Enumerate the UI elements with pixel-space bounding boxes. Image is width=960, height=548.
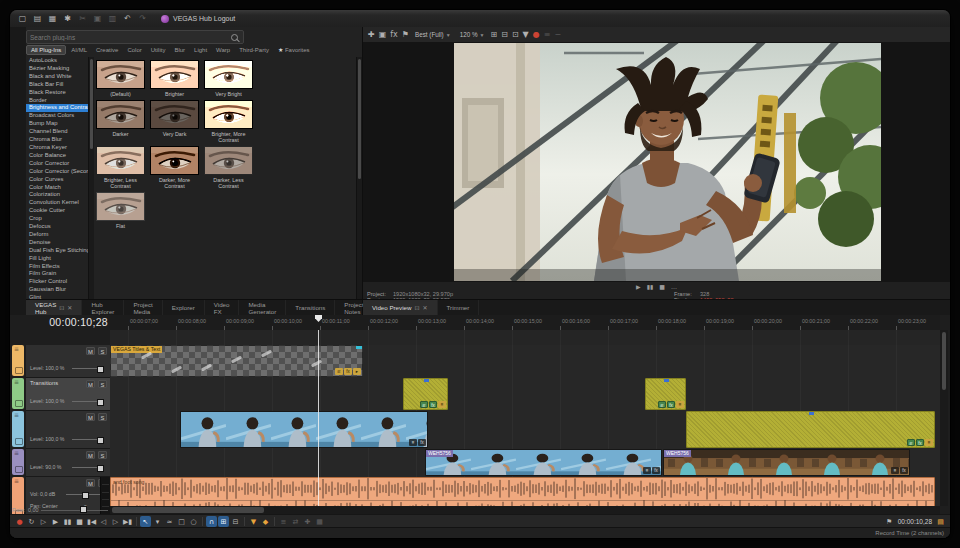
- clip-badge-icon[interactable]: fx: [418, 439, 426, 446]
- plugin-item-autolooks[interactable]: AutoLooks: [26, 57, 88, 65]
- dock-pin-icon[interactable]: ⊡: [414, 304, 419, 311]
- options-icon[interactable]: −: [554, 30, 561, 40]
- dock-tab-video-preview[interactable]: Video Preview⊡✕: [363, 300, 438, 315]
- record-icon[interactable]: ●: [533, 30, 540, 40]
- track-header-4[interactable]: MSLevel: 90,0 %: [26, 449, 110, 477]
- save-snapshot-icon[interactable]: ▼: [523, 30, 529, 40]
- auto-ripple-button[interactable]: ⊟: [230, 516, 241, 527]
- track-level-slider[interactable]: [72, 401, 104, 402]
- plugin-item-film-grain[interactable]: Film Grain: [26, 270, 88, 278]
- plugin-item-color-corrector-secondary[interactable]: Color Corrector (Secondary): [26, 168, 88, 176]
- paste-icon[interactable]: ▥: [106, 13, 119, 25]
- track-color-strip-2[interactable]: ≡: [12, 378, 24, 409]
- loop-icon[interactable]: ≡: [544, 30, 551, 40]
- track-lane-2[interactable]: [110, 378, 940, 412]
- plugin-item-color-balance[interactable]: Color Balance: [26, 152, 88, 160]
- preset-item-darker-less-contrast[interactable]: Darker, Less Contrast: [204, 146, 256, 189]
- preset-item-flat[interactable]: Flat: [96, 192, 148, 229]
- plugin-item-colorization[interactable]: Colorization: [26, 191, 88, 199]
- fx-tab-third-party[interactable]: Third-Party: [235, 46, 273, 54]
- plugin-item-chroma-blur[interactable]: Chroma Blur: [26, 136, 88, 144]
- timeline-clip-5[interactable]: WEH5756≡fx: [425, 449, 662, 476]
- next-frame-button[interactable]: ▷: [110, 516, 121, 527]
- clip-badge-icon[interactable]: ≋: [658, 401, 666, 408]
- track-header-2-selected[interactable]: TransitionsMSLevel: 100,0 %: [26, 378, 110, 411]
- timeline-lanes[interactable]: VEGAS Titles & Text≋fx▸≋fx≡≋fx≡≡fx≋fx≡WE…: [110, 330, 940, 506]
- rate-slider[interactable]: [41, 510, 108, 511]
- plugin-item-brightness-and-contrast[interactable]: Brightness and Contrast: [26, 104, 88, 112]
- plugin-item-broadcast-colors[interactable]: Broadcast Colors: [26, 112, 88, 120]
- plugin-item-gaussian-blur[interactable]: Gaussian Blur: [26, 286, 88, 294]
- plugin-item-fill-light[interactable]: Fill Light: [26, 255, 88, 263]
- playhead-handle[interactable]: [315, 315, 322, 322]
- fx-tab-blur[interactable]: Blur: [170, 46, 189, 54]
- slider-handle[interactable]: [97, 465, 104, 472]
- preview-quality-dropdown[interactable]: Best (Full)▼: [412, 31, 454, 38]
- timeline-horizontal-scrollbar[interactable]: [110, 506, 940, 514]
- timeline-clip-7[interactable]: and foot song: [110, 477, 935, 506]
- undo-icon[interactable]: ↶: [121, 13, 134, 25]
- track-color-strip-4[interactable]: ≡: [12, 449, 24, 475]
- timeline-clip-4[interactable]: ≋fx≡: [686, 411, 935, 448]
- clip-badge-icon[interactable]: ≡: [643, 467, 651, 474]
- solo-button[interactable]: S: [98, 380, 107, 388]
- slider-handle[interactable]: [97, 366, 104, 373]
- plugin-item-denoise[interactable]: Denoise: [26, 239, 88, 247]
- preset-item-very-dark[interactable]: Very Dark: [150, 100, 202, 143]
- preset-item-very-bright[interactable]: Very Bright: [204, 60, 256, 97]
- plugin-item-black-restore[interactable]: Black Restore: [26, 89, 88, 97]
- normal-edit-tool[interactable]: ↖: [140, 516, 151, 527]
- slider-handle[interactable]: [97, 399, 104, 406]
- zoom-edit-tool[interactable]: ○: [188, 516, 199, 527]
- dock-tab-vegas-hub[interactable]: VEGAS Hub⊡✕: [26, 300, 82, 315]
- preview-zoom-dropdown[interactable]: 120 %▼: [457, 31, 488, 38]
- solo-button[interactable]: S: [98, 413, 107, 421]
- preview-transport-button-1[interactable]: ▮▮: [647, 283, 654, 290]
- pause-button[interactable]: ▮▮: [62, 516, 73, 527]
- new-project-icon[interactable]: ▢: [16, 13, 29, 25]
- track-volume-slider[interactable]: [66, 494, 102, 495]
- crossfade-button[interactable]: ⇄: [290, 516, 301, 527]
- fx-tab-warp[interactable]: Warp: [212, 46, 234, 54]
- clip-badge-icon[interactable]: ▸: [353, 368, 361, 375]
- cut-icon[interactable]: ✂: [76, 13, 89, 25]
- go-to-end-button[interactable]: ▶▮: [122, 516, 133, 527]
- preview-transport-button-0[interactable]: ▶: [636, 283, 641, 290]
- previous-frame-button[interactable]: ◁: [98, 516, 109, 527]
- fx-tab-ai-ml[interactable]: AI/ML: [67, 46, 91, 54]
- search-input[interactable]: [27, 34, 231, 41]
- clip-badge-icon[interactable]: ≋: [335, 368, 343, 375]
- clip-badge-icon[interactable]: fx: [429, 401, 437, 408]
- track-level-slider[interactable]: [72, 368, 104, 369]
- timeline-clip-6[interactable]: WEH5756≡fx: [663, 449, 910, 476]
- plugin-item-crop[interactable]: Crop: [26, 215, 88, 223]
- record-button[interactable]: ●: [14, 516, 25, 527]
- solo-button[interactable]: S: [98, 347, 107, 355]
- mixer-button[interactable]: ≡: [278, 516, 289, 527]
- plugin-item-chroma-keyer[interactable]: Chroma Keyer: [26, 144, 88, 152]
- preset-item-brighter-less-contrast[interactable]: Brighter, Less Contrast: [96, 146, 148, 189]
- timecode-display[interactable]: 00:00:10;28: [26, 316, 108, 330]
- mute-button[interactable]: M: [86, 479, 95, 487]
- redo-icon[interactable]: ↷: [136, 13, 149, 25]
- clip-badge-icon[interactable]: ≡: [676, 401, 684, 408]
- save-project-icon[interactable]: ▦: [46, 13, 59, 25]
- mute-button[interactable]: M: [86, 380, 95, 388]
- dock-tab-transitions[interactable]: Transitions: [286, 300, 335, 315]
- plugin-item-black-bar-fill[interactable]: Black Bar Fill: [26, 81, 88, 89]
- insert-region-button[interactable]: ◆: [260, 516, 271, 527]
- plugin-item-color-match[interactable]: Color Match: [26, 184, 88, 192]
- dock-tab-explorer[interactable]: Explorer: [163, 300, 205, 315]
- plugin-item-cookie-cutter[interactable]: Cookie Cutter: [26, 207, 88, 215]
- fx-tab-utility[interactable]: Utility: [147, 46, 170, 54]
- open-project-icon[interactable]: ▤: [31, 13, 44, 25]
- preset-item-brighter[interactable]: Brighter: [150, 60, 202, 97]
- preset-item-brighter-more-contrast[interactable]: Brighter, More Contrast: [204, 100, 256, 143]
- plugin-item-dual-fish-eye-stitching[interactable]: Dual Fish Eye Stitching: [26, 247, 88, 255]
- track-level-slider[interactable]: [72, 467, 104, 468]
- clip-badge-icon[interactable]: ≋: [907, 439, 915, 446]
- dock-pin-icon[interactable]: ⊡: [59, 304, 64, 311]
- track-header-3[interactable]: MSLevel: 100,0 %: [26, 411, 110, 449]
- overlays-icon[interactable]: ⚑: [402, 30, 409, 40]
- playhead[interactable]: [318, 330, 319, 506]
